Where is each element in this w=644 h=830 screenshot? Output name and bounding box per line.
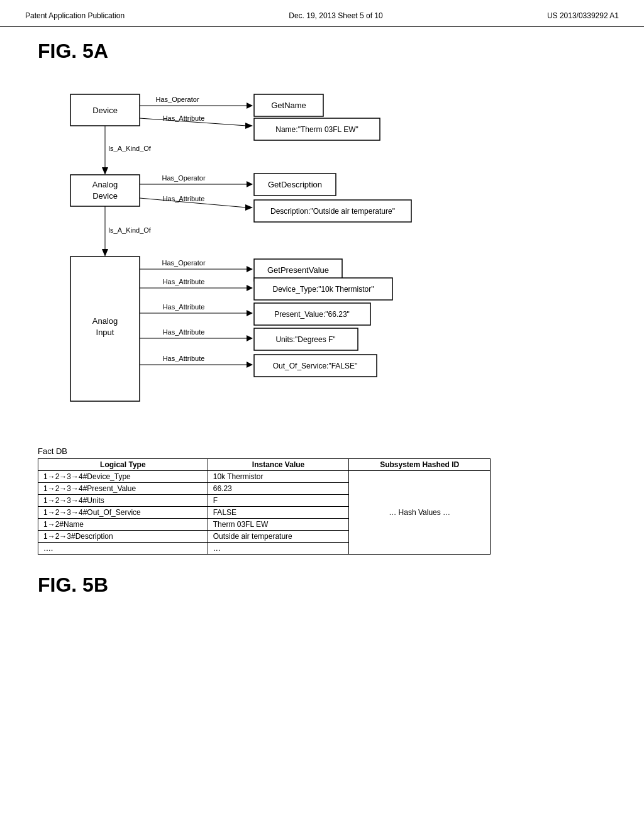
logical-type-cell: 1→2→3→4#Out_Of_Service bbox=[38, 507, 208, 519]
svg-text:Has_Operator: Has_Operator bbox=[162, 174, 205, 182]
instance-value-cell: FALSE bbox=[208, 507, 349, 519]
svg-text:Has_Operator: Has_Operator bbox=[155, 96, 199, 103]
svg-text:Has_Attribute: Has_Attribute bbox=[163, 303, 205, 311]
instance-value-cell: Therm 03FL EW bbox=[208, 519, 349, 531]
svg-text:Has_Attribute: Has_Attribute bbox=[163, 114, 205, 122]
svg-marker-40 bbox=[247, 285, 253, 291]
logical-type-cell: 1→2→3→4#Units bbox=[38, 495, 208, 507]
svg-text:GetPresentValue: GetPresentValue bbox=[267, 265, 329, 275]
svg-text:Description:"Outside air tempe: Description:"Outside air temperature" bbox=[270, 207, 395, 216]
svg-text:Analog: Analog bbox=[92, 180, 118, 189]
svg-text:Has_Attribute: Has_Attribute bbox=[163, 328, 205, 336]
svg-text:Units:"Degrees F": Units:"Degrees F" bbox=[275, 335, 335, 344]
svg-marker-19 bbox=[247, 181, 253, 187]
fig5a-title: FIG. 5A bbox=[38, 40, 606, 63]
svg-text:Has_Attribute: Has_Attribute bbox=[163, 195, 205, 202]
svg-text:Analog: Analog bbox=[92, 316, 118, 326]
svg-marker-35 bbox=[247, 266, 253, 272]
svg-marker-45 bbox=[247, 310, 253, 316]
svg-marker-29 bbox=[102, 249, 108, 257]
page-header: Patent Application Publication Dec. 19, … bbox=[0, 0, 644, 27]
svg-text:Name:"Therm 03FL EW": Name:"Therm 03FL EW" bbox=[275, 125, 358, 134]
svg-text:Is_A_Kind_Of: Is_A_Kind_Of bbox=[108, 226, 152, 234]
header-right: US 2013/0339292 A1 bbox=[547, 11, 619, 20]
svg-marker-8 bbox=[245, 123, 253, 129]
header-left: Patent Application Publication bbox=[25, 11, 125, 20]
instance-value-cell: … bbox=[208, 543, 349, 555]
fig5a-diagram: Device Has_Operator GetName Has_Attribut… bbox=[52, 75, 592, 428]
svg-text:Device: Device bbox=[92, 106, 118, 115]
svg-text:Device_Type:"10k Thermistor": Device_Type:"10k Thermistor" bbox=[272, 285, 374, 294]
instance-value-cell: F bbox=[208, 495, 349, 507]
svg-text:Has_Attribute: Has_Attribute bbox=[163, 355, 205, 362]
svg-marker-24 bbox=[245, 204, 253, 211]
instance-value-cell: Outside air temperature bbox=[208, 531, 349, 543]
header-middle: Dec. 19, 2013 Sheet 5 of 10 bbox=[289, 11, 382, 20]
main-content: FIG. 5A Device Has_Operator GetName Has_… bbox=[0, 27, 644, 609]
fig5b-title: FIG. 5B bbox=[38, 573, 606, 597]
svg-text:Present_Value:"66.23": Present_Value:"66.23" bbox=[274, 310, 350, 319]
fact-table: Logical Type Instance Value Subsystem Ha… bbox=[38, 458, 491, 555]
logical-type-cell: 1→2#Name bbox=[38, 519, 208, 531]
subsystem-hashed-id-cell: … Hash Values … bbox=[349, 471, 491, 555]
svg-text:Has_Operator: Has_Operator bbox=[162, 259, 205, 267]
table-row: 1→2→3→4#Device_Type10k Thermistor… Hash … bbox=[38, 471, 491, 483]
svg-text:Out_Of_Service:"FALSE": Out_Of_Service:"FALSE" bbox=[273, 362, 358, 370]
svg-text:Has_Attribute: Has_Attribute bbox=[163, 278, 205, 285]
svg-text:GetDescription: GetDescription bbox=[268, 180, 322, 189]
logical-type-cell: 1→2→3→4#Present_Value bbox=[38, 483, 208, 495]
svg-text:Is_A_Kind_Of: Is_A_Kind_Of bbox=[108, 145, 152, 152]
svg-marker-50 bbox=[247, 335, 253, 341]
col-logical-type: Logical Type bbox=[38, 459, 208, 471]
fact-db-section: Fact DB Logical Type Instance Value Subs… bbox=[38, 446, 606, 555]
instance-value-cell: 10k Thermistor bbox=[208, 471, 349, 483]
logical-type-cell: …. bbox=[38, 543, 208, 555]
svg-marker-3 bbox=[247, 102, 253, 109]
svg-text:GetName: GetName bbox=[271, 101, 306, 110]
col-instance-value: Instance Value bbox=[208, 459, 349, 471]
svg-marker-13 bbox=[102, 167, 108, 175]
logical-type-cell: 1→2→3→4#Device_Type bbox=[38, 471, 208, 483]
svg-text:Device: Device bbox=[92, 191, 118, 201]
svg-text:Input: Input bbox=[96, 328, 114, 337]
instance-value-cell: 66.23 bbox=[208, 483, 349, 495]
col-subsystem-hashed-id: Subsystem Hashed ID bbox=[349, 459, 491, 471]
fact-db-title: Fact DB bbox=[38, 446, 606, 456]
logical-type-cell: 1→2→3#Description bbox=[38, 531, 208, 543]
svg-marker-55 bbox=[247, 362, 253, 368]
